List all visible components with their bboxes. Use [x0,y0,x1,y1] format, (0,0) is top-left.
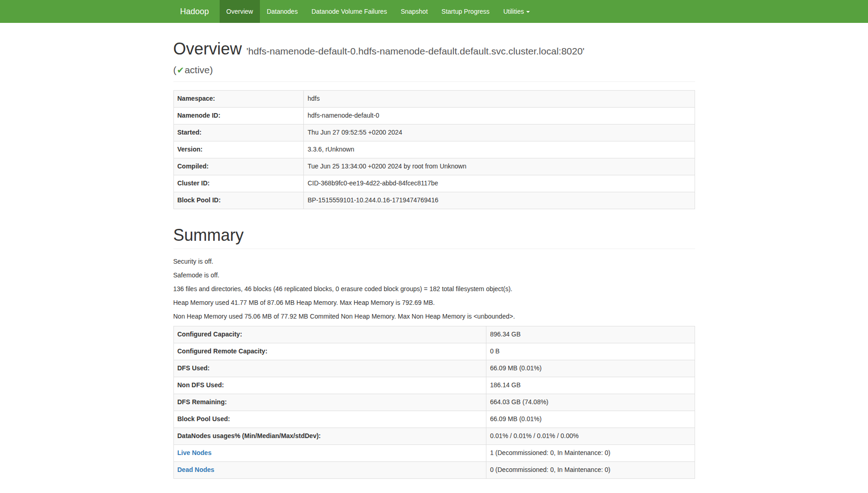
overview-page-header: Overview 'hdfs-namenode-default-0.hdfs-n… [173,39,695,82]
page-title: Overview 'hdfs-namenode-default-0.hdfs-n… [173,39,695,77]
live-nodes-link[interactable]: Live Nodes [178,449,212,456]
row-label: DataNodes usages% (Min/Median/Max/stdDev… [173,428,486,444]
table-row: Namespace: hdfs [173,90,695,107]
row-label: Dead Nodes [173,461,486,478]
filesystem-objects: 136 files and directories, 46 blocks (46… [173,285,695,294]
brand-hadoop[interactable]: Hadoop [173,0,216,23]
table-row: Block Pool ID: BP-1515559101-10.244.0.16… [173,192,695,209]
row-label: Configured Remote Capacity: [173,343,486,360]
nav-startup-progress-link[interactable]: Startup Progress [435,0,496,23]
row-label: Cluster ID: [173,175,304,192]
nav-item-utilities: Utilities [496,0,537,23]
top-navbar: Hadoop Overview Datanodes Datanode Volum… [0,0,868,23]
nav-item-datanodes: Datanodes [260,0,305,23]
row-label: Started: [173,124,304,141]
table-row: Cluster ID: CID-368b9fc0-ee19-4d22-abbd-… [173,175,695,192]
summary-text-block: Security is off. Safemode is off. 136 fi… [173,257,695,321]
table-row: Live Nodes 1 (Decommissioned: 0, In Main… [173,444,695,461]
caret-down-icon [526,11,530,13]
summary-page-header: Summary [173,226,695,249]
table-row: DFS Remaining: 664.03 GB (74.08%) [173,394,695,411]
row-value: 664.03 GB (74.08%) [486,394,695,411]
nav-snapshot-link[interactable]: Snapshot [394,0,435,23]
row-label: Block Pool Used: [173,411,486,428]
table-row: Configured Capacity: 896.34 GB [173,326,695,343]
table-row: Non DFS Used: 186.14 GB [173,377,695,394]
table-row: Namenode ID: hdfs-namenode-default-0 [173,107,695,124]
heap-memory: Heap Memory used 41.77 MB of 87.06 MB He… [173,298,695,308]
namenode-status: (✔active) [173,65,213,75]
table-row: Block Pool Used: 66.09 MB (0.01%) [173,411,695,428]
row-value: CID-368b9fc0-ee19-4d22-abbd-84fcec8117be [304,175,695,192]
row-value: 66.09 MB (0.01%) [486,411,695,428]
status-paren: ( [173,65,177,75]
table-row: Compiled: Tue Jun 25 13:34:00 +0200 2024… [173,158,695,175]
row-value: hdfs [304,90,695,107]
row-label: Block Pool ID: [173,192,304,209]
nav-item-startup-progress: Startup Progress [435,0,496,23]
row-value: 3.3.6, rUnknown [304,141,695,158]
dead-nodes-link[interactable]: Dead Nodes [178,466,215,473]
safemode-status: Safemode is off. [173,271,695,280]
nav-item-snapshot: Snapshot [394,0,435,23]
summary-title: Summary [173,226,695,244]
row-value: 0 (Decommissioned: 0, In Maintenance: 0) [486,461,695,478]
row-label: Namespace: [173,90,304,107]
row-value: 66.09 MB (0.01%) [486,360,695,377]
table-row: Version: 3.3.6, rUnknown [173,141,695,158]
row-label: Non DFS Used: [173,377,486,394]
row-label: DFS Used: [173,360,486,377]
namenode-address: 'hdfs-namenode-default-0.hdfs-namenode-d… [247,46,585,56]
table-row: DataNodes usages% (Min/Median/Max/stdDev… [173,428,695,444]
nav-item-datanode-volume-failures: Datanode Volume Failures [305,0,394,23]
check-ok-icon: ✔ [177,65,185,75]
row-value: hdfs-namenode-default-0 [304,107,695,124]
nav-overview-link[interactable]: Overview [220,0,260,23]
status-text: active) [184,65,213,75]
row-value: BP-1515559101-10.244.0.16-1719474769416 [304,192,695,209]
main-content: Overview 'hdfs-namenode-default-0.hdfs-n… [167,39,702,479]
cluster-info-table: Namespace: hdfs Namenode ID: hdfs-nameno… [173,90,695,209]
nav-utilities-label: Utilities [503,8,524,15]
nav-datanode-volume-failures-link[interactable]: Datanode Volume Failures [305,0,394,23]
table-row: Dead Nodes 0 (Decommissioned: 0, In Main… [173,461,695,478]
table-row: Started: Thu Jun 27 09:52:55 +0200 2024 [173,124,695,141]
table-row: Configured Remote Capacity: 0 B [173,343,695,360]
row-label: Version: [173,141,304,158]
page-title-text: Overview [173,39,242,58]
capacity-summary-table: Configured Capacity: 896.34 GB Configure… [173,326,695,479]
row-label: Compiled: [173,158,304,175]
security-status: Security is off. [173,257,695,266]
non-heap-memory: Non Heap Memory used 75.06 MB of 77.92 M… [173,312,695,321]
row-value: 0.01% / 0.01% / 0.01% / 0.00% [486,428,695,444]
row-value: 1 (Decommissioned: 0, In Maintenance: 0) [486,444,695,461]
nav-datanodes-link[interactable]: Datanodes [260,0,305,23]
row-value: 0 B [486,343,695,360]
row-value: 896.34 GB [486,326,695,343]
row-value: Thu Jun 27 09:52:55 +0200 2024 [304,124,695,141]
row-value: 186.14 GB [486,377,695,394]
row-label: Namenode ID: [173,107,304,124]
table-row: DFS Used: 66.09 MB (0.01%) [173,360,695,377]
main-nav: Overview Datanodes Datanode Volume Failu… [220,0,537,23]
row-label: Live Nodes [173,444,486,461]
row-label: Configured Capacity: [173,326,486,343]
row-value: Tue Jun 25 13:34:00 +0200 2024 by root f… [304,158,695,175]
nav-utilities-dropdown[interactable]: Utilities [496,0,537,23]
nav-item-overview: Overview [220,0,260,23]
row-label: DFS Remaining: [173,394,486,411]
